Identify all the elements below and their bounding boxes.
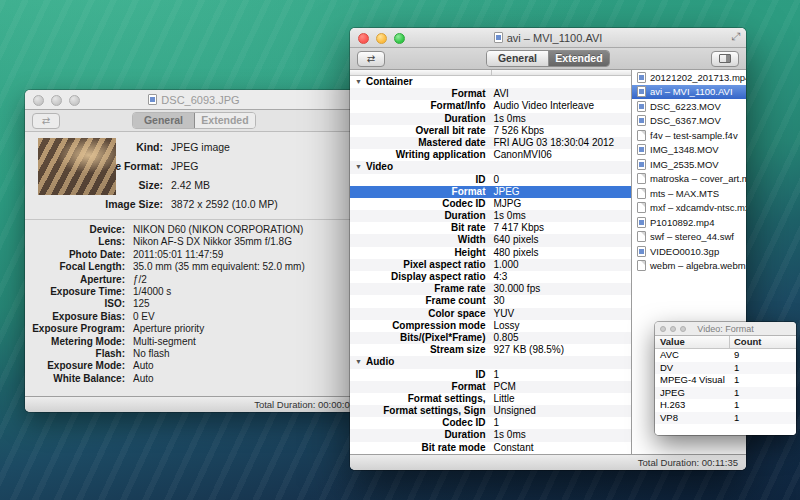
table-row[interactable]: Overall bit rate7 526 Kbps	[350, 125, 631, 137]
row-value: 1s 0ms	[491, 113, 632, 125]
section-name: Video	[366, 161, 393, 173]
table-row[interactable]: Width640 pixels	[350, 234, 631, 246]
format-value: AVC	[655, 349, 730, 362]
table-column-header[interactable]	[350, 70, 631, 76]
info-label: Flash:	[25, 348, 130, 360]
file-list-item[interactable]: VIDEO0010.3gp	[632, 244, 746, 259]
section-header-audio[interactable]: ▼Audio	[350, 356, 631, 368]
zoom-button[interactable]	[680, 326, 686, 332]
table-row[interactable]: FormatAVI	[350, 88, 631, 100]
format-table-row[interactable]: VP81	[655, 412, 796, 425]
file-list-item[interactable]: f4v – test-sample.f4v	[632, 128, 746, 143]
file-list-item[interactable]: 20121202_201713.mp4	[632, 70, 746, 85]
info-value: 0 EV	[130, 311, 363, 323]
table-row[interactable]: Bit rate modeConstant	[350, 442, 631, 454]
table-row[interactable]: Writing applicationCanonMVI06	[350, 149, 631, 161]
format-table-body: AVC9DV1MPEG-4 Visual1JPEG1H.2631VP81	[655, 349, 796, 435]
table-row[interactable]: Mastered dateFRI AUG 03 18:30:04 2012	[350, 137, 631, 149]
table-row[interactable]: Duration1s 0ms	[350, 210, 631, 222]
table-row[interactable]: Bits/(Pixel*Frame)0.805	[350, 332, 631, 344]
media-window-titlebar[interactable]: avi – MVI_1100.AVI ⤢	[350, 28, 746, 48]
tab-general[interactable]: General	[487, 51, 548, 66]
minimize-button[interactable]	[51, 95, 62, 106]
file-list-item[interactable]: DSC_6223.MOV	[632, 99, 746, 114]
file-name: P1010892.mp4	[650, 217, 714, 228]
swap-files-button[interactable]: ⇄	[32, 113, 60, 129]
format-table-row[interactable]: H.2631	[655, 399, 796, 412]
table-row[interactable]: FormatJPEG	[350, 186, 631, 198]
format-table-row[interactable]: DV1	[655, 362, 796, 375]
section-header-container[interactable]: ▼Container	[350, 76, 631, 88]
row-value: YUV	[491, 308, 632, 320]
table-row[interactable]: Duration1s 0ms	[350, 429, 631, 441]
table-row[interactable]: Codec IDMJPG	[350, 198, 631, 210]
row-label: Duration	[350, 113, 491, 125]
tab-extended[interactable]: Extended	[194, 113, 255, 128]
minimize-button[interactable]	[670, 326, 676, 332]
file-list-item[interactable]: IMG_2535.MOV	[632, 157, 746, 172]
table-row[interactable]: Color spaceYUV	[350, 308, 631, 320]
zoom-button[interactable]	[69, 95, 80, 106]
swap-files-button[interactable]: ⇄	[357, 51, 385, 67]
table-row[interactable]: Compression modeLossy	[350, 320, 631, 332]
file-list-item[interactable]: webm – algebra.webm	[632, 259, 746, 274]
document-file-icon	[637, 231, 646, 242]
table-row[interactable]: Format settings, SignUnsigned	[350, 405, 631, 417]
popup-titlebar[interactable]: Video: Format	[655, 322, 796, 336]
count-column-header[interactable]: Count	[730, 336, 796, 348]
table-row[interactable]: Frame count30	[350, 295, 631, 307]
photo-info-row: Device:NIKON D60 (NIKON CORPORATION)	[25, 224, 363, 236]
table-row[interactable]: FormatPCM	[350, 381, 631, 393]
table-row[interactable]: Stream size927 KB (98.5%)	[350, 344, 631, 356]
table-row[interactable]: ID1	[350, 369, 631, 381]
info-label: Photo Date:	[25, 249, 130, 261]
toggle-sidebar-button[interactable]	[711, 51, 739, 67]
table-row[interactable]: Height480 pixels	[350, 247, 631, 259]
disclosure-triangle-icon[interactable]: ▼	[350, 76, 366, 88]
photo-info-row: Metering Mode:Multi-segment	[25, 336, 363, 348]
file-list-item[interactable]: P1010892.mp4	[632, 215, 746, 230]
table-row[interactable]: Format/InfoAudio Video Interleave	[350, 100, 631, 112]
row-value: 4:3	[491, 271, 632, 283]
disclosure-triangle-icon[interactable]: ▼	[350, 161, 366, 173]
minimize-button[interactable]	[376, 33, 387, 44]
file-list-item[interactable]: matroska – cover_art.mkv	[632, 172, 746, 187]
table-row[interactable]: Codec ID1	[350, 417, 631, 429]
photo-window-titlebar[interactable]: DSC_6093.JPG	[25, 90, 363, 110]
tab-general[interactable]: General	[133, 113, 194, 128]
row-value: JPEG	[491, 186, 632, 198]
file-list-item[interactable]: mxf – xdcamdv-ntsc.mxf	[632, 201, 746, 216]
close-button[interactable]	[358, 33, 369, 44]
close-button[interactable]	[660, 326, 666, 332]
file-list-item[interactable]: avi – MVI_1100.AVI	[632, 85, 746, 100]
file-name: avi – MVI_1100.AVI	[650, 86, 733, 97]
tab-extended[interactable]: Extended	[548, 51, 609, 66]
swap-icon: ⇄	[367, 53, 375, 64]
close-button[interactable]	[33, 95, 44, 106]
value-column-header[interactable]: Value	[655, 336, 730, 348]
table-row[interactable]: Bit rate7 417 Kbps	[350, 222, 631, 234]
table-row[interactable]: Frame rate30.000 fps	[350, 283, 631, 295]
format-table-row[interactable]: JPEG1	[655, 387, 796, 400]
file-list-item[interactable]: swf – stereo_44.swf	[632, 230, 746, 245]
view-tabs: General Extended	[132, 112, 256, 129]
info-label: Image Size:	[25, 195, 168, 214]
table-row[interactable]: Display aspect ratio4:3	[350, 271, 631, 283]
file-list-item[interactable]: DSC_6367.MOV	[632, 114, 746, 129]
file-list-item[interactable]: IMG_1348.MOV	[632, 143, 746, 158]
table-row[interactable]: Duration1s 0ms	[350, 113, 631, 125]
format-table-row[interactable]: AVC9	[655, 349, 796, 362]
format-table-row[interactable]: MPEG-4 Visual1	[655, 374, 796, 387]
zoom-button[interactable]	[394, 33, 405, 44]
file-list-item[interactable]: mts – MAX.MTS	[632, 186, 746, 201]
row-label: Format	[350, 186, 491, 198]
table-row[interactable]: Format settings, EndiannessLittle	[350, 393, 631, 405]
table-row[interactable]: Pixel aspect ratio1.000	[350, 259, 631, 271]
section-header-video[interactable]: ▼Video	[350, 161, 631, 173]
movie-file-icon	[637, 159, 646, 170]
table-row[interactable]: ID0	[350, 174, 631, 186]
row-label: Codec ID	[350, 198, 491, 210]
fullscreen-icon[interactable]: ⤢	[731, 31, 740, 42]
info-value: 3872 x 2592 (10.0 MP)	[168, 195, 363, 214]
disclosure-triangle-icon[interactable]: ▼	[350, 356, 366, 368]
